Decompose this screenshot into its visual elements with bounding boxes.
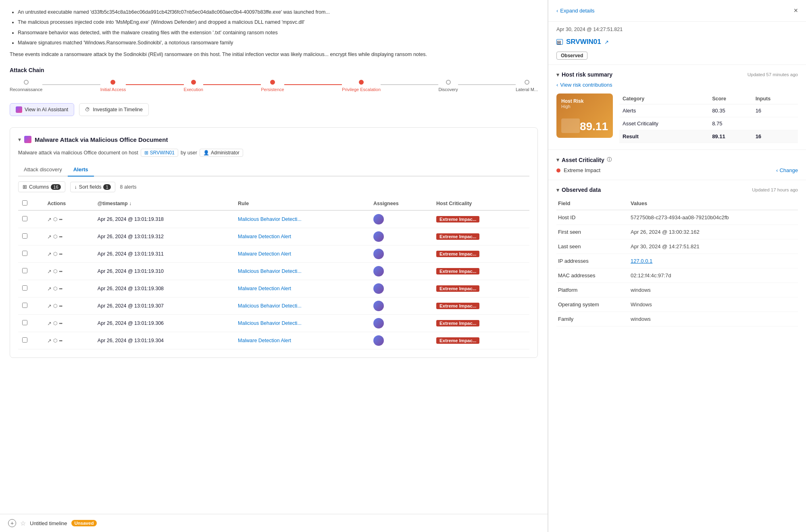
bullet-item: An untrusted executable named 'd33fb5c35…	[18, 8, 538, 17]
row-checkbox[interactable]	[22, 216, 27, 221]
rule-link[interactable]: Malware Detection Alert	[238, 251, 291, 257]
row-rule[interactable]: Malware Detection Alert	[234, 332, 369, 349]
expand-row-icon[interactable]: ↗	[47, 303, 52, 309]
rule-link[interactable]: Malicious Behavior Detecti...	[238, 320, 302, 326]
rule-link[interactable]: Malicious Behavior Detecti...	[238, 268, 302, 274]
observed-data-title-row: ▾ Observed data	[556, 187, 601, 193]
node-icon[interactable]: ⬡	[53, 338, 57, 343]
expand-details-button[interactable]: ‹ Expand details	[556, 8, 595, 14]
alert-tabs: Attack discovery Alerts	[18, 163, 529, 177]
observed-data-collapse-icon[interactable]: ▾	[556, 187, 559, 193]
expand-row-icon[interactable]: ↗	[47, 320, 52, 326]
row-rule[interactable]: Malicious Behavior Detecti...	[234, 297, 369, 315]
expand-row-icon[interactable]: ↗	[47, 286, 52, 292]
view-ai-assistant-button[interactable]: View in AI Assistant	[10, 103, 74, 116]
risk-col-category: Category	[619, 94, 709, 104]
obs-value-cell: windows	[629, 283, 798, 297]
timeline-name[interactable]: Untitled timeline	[30, 520, 67, 526]
left-panel: An untrusted executable named 'd33fb5c35…	[0, 0, 548, 532]
row-rule[interactable]: Malicious Behavior Detecti...	[234, 263, 369, 280]
row-checkbox[interactable]	[22, 320, 27, 325]
asset-criticality-section: ▾ Asset Criticality ⓘ Extreme Impact ‹ C…	[548, 150, 806, 180]
attack-chain: Reconnaissance Initial Access Execution …	[10, 80, 538, 92]
row-checkbox[interactable]	[22, 268, 27, 273]
rule-link[interactable]: Malicious Behavior Detecti...	[238, 216, 302, 222]
malware-header: ▾ Malware Attack via Malicious Office Do…	[18, 136, 529, 143]
row-checkbox[interactable]	[22, 233, 27, 239]
asset-criticality-collapse-icon[interactable]: ▾	[556, 157, 559, 163]
btn-ai-label: View in AI Assistant	[25, 107, 68, 112]
more-icon[interactable]: •••	[59, 217, 62, 222]
extreme-impact-badge: Extreme Impac...	[436, 337, 479, 344]
table-toolbar: ⊞ Columns 16 ↓ Sort fields 1 8 alerts	[18, 181, 529, 192]
more-icon[interactable]: •••	[59, 339, 62, 343]
rule-link[interactable]: Malware Detection Alert	[238, 234, 291, 239]
add-timeline-button[interactable]: +	[8, 519, 16, 527]
ip-address-link[interactable]: 127.0.0.1	[631, 258, 652, 264]
row-checkbox[interactable]	[22, 337, 27, 343]
row-checkbox[interactable]	[22, 303, 27, 308]
chevron-link-icon: ‹	[556, 82, 558, 88]
node-icon[interactable]: ⬡	[53, 268, 57, 274]
expand-row-icon[interactable]: ↗	[47, 268, 52, 274]
collapse-arrow-icon[interactable]: ▾	[18, 136, 21, 143]
row-assignees	[369, 228, 432, 245]
expand-row-icon[interactable]: ↗	[47, 251, 52, 257]
investigate-timeline-button[interactable]: ⏱ Investigate in Timeline	[79, 103, 149, 116]
select-all-checkbox[interactable]	[22, 200, 27, 206]
rule-link[interactable]: Malware Detection Alert	[238, 338, 291, 343]
node-icon[interactable]: ⬡	[53, 303, 57, 309]
host-badge[interactable]: ⊞ SRVWIN01	[141, 149, 178, 157]
avatar	[373, 231, 384, 242]
rule-link[interactable]: Malicious Behavior Detecti...	[238, 303, 302, 309]
row-assignees	[369, 263, 432, 280]
row-checkbox-cell	[18, 263, 43, 280]
row-timestamp: Apr 26, 2024 @ 13:01:19.318	[94, 210, 234, 228]
row-checkbox-cell	[18, 315, 43, 332]
risk-collapse-icon[interactable]: ▾	[556, 72, 559, 78]
row-rule[interactable]: Malware Detection Alert	[234, 228, 369, 245]
rp-hostname[interactable]: SRVWIN01	[566, 38, 601, 46]
view-risk-contributions-button[interactable]: ‹ View risk contributions	[556, 82, 798, 88]
node-icon[interactable]: ⬡	[53, 234, 57, 239]
user-badge[interactable]: 👤 Administrator	[200, 149, 243, 157]
rp-header: ‹ Expand details ×	[548, 0, 806, 22]
row-rule[interactable]: Malicious Behavior Detecti...	[234, 210, 369, 228]
close-panel-button[interactable]: ×	[794, 6, 798, 15]
risk-score-cell: 8.75	[709, 117, 752, 130]
node-icon[interactable]: ⬡	[53, 251, 57, 257]
more-icon[interactable]: •••	[59, 321, 62, 326]
tab-alerts[interactable]: Alerts	[68, 163, 94, 177]
node-icon[interactable]: ⬡	[53, 286, 57, 291]
node-icon[interactable]: ⬡	[53, 216, 57, 222]
row-actions-cell: ↗ ⬡ •••	[43, 315, 93, 332]
user-badge-icon: 👤	[203, 150, 209, 156]
more-icon[interactable]: •••	[59, 235, 62, 239]
row-checkbox[interactable]	[22, 251, 27, 256]
expand-row-icon[interactable]: ↗	[47, 338, 52, 344]
change-criticality-button[interactable]: ‹ Change	[776, 167, 798, 173]
rule-link[interactable]: Malware Detection Alert	[238, 286, 291, 291]
unsaved-badge: Unsaved	[71, 520, 97, 526]
row-rule[interactable]: Malware Detection Alert	[234, 280, 369, 297]
observed-data-title: Observed data	[562, 187, 601, 193]
row-assignees	[369, 245, 432, 263]
columns-button[interactable]: ⊞ Columns 16	[18, 181, 65, 192]
more-icon[interactable]: •••	[59, 287, 62, 291]
risk-score-cell: 80.35	[709, 104, 752, 117]
row-rule[interactable]: Malware Detection Alert	[234, 245, 369, 263]
tab-attack-discovery[interactable]: Attack discovery	[18, 163, 68, 176]
chevron-left-icon: ‹	[556, 8, 558, 14]
obs-field-cell: MAC addresses	[556, 268, 629, 283]
row-rule[interactable]: Malicious Behavior Detecti...	[234, 315, 369, 332]
more-icon[interactable]: •••	[59, 304, 62, 308]
sort-fields-button[interactable]: ↓ Sort fields 1	[70, 182, 115, 192]
favorite-star-icon[interactable]: ☆	[20, 520, 26, 527]
expand-row-icon[interactable]: ↗	[47, 234, 52, 240]
row-checkbox[interactable]	[22, 285, 27, 291]
node-icon[interactable]: ⬡	[53, 320, 57, 326]
external-link-icon[interactable]: ↗	[604, 39, 609, 45]
more-icon[interactable]: •••	[59, 269, 62, 274]
more-icon[interactable]: •••	[59, 252, 62, 256]
expand-row-icon[interactable]: ↗	[47, 216, 52, 222]
